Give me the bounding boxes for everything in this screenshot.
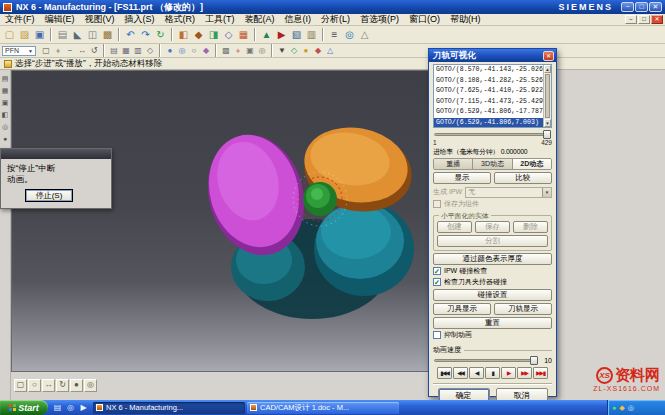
wireframe-view-icon[interactable]: ○	[188, 45, 200, 57]
facet-button-2[interactable]: 保存	[475, 221, 510, 233]
wcs-display-icon[interactable]: ＋	[232, 45, 244, 57]
verify-toolpath-icon[interactable]: ▶	[274, 27, 289, 42]
midpoint-snap-icon[interactable]: △	[324, 45, 336, 57]
constraint-navigator-icon[interactable]: ▦	[1, 86, 10, 95]
taskbar-task-1[interactable]: NX 6 - Manufacturing...	[93, 402, 245, 414]
show-desktop-icon[interactable]: ▤	[52, 402, 63, 413]
scroll-down-icon[interactable]: ▼	[544, 119, 551, 127]
paste-icon[interactable]: ▩	[100, 27, 115, 42]
pan-small-icon[interactable]: ↔	[42, 379, 55, 392]
shaded-small-icon[interactable]: ●	[70, 379, 83, 392]
postprocess-icon[interactable]: ▧	[289, 27, 304, 42]
speed-slider-handle[interactable]	[530, 356, 538, 365]
history-palette-icon[interactable]: ◎	[1, 122, 10, 131]
reset-button[interactable]: 重置	[433, 317, 552, 329]
part-navigator-icon[interactable]: ▣	[1, 98, 10, 107]
dialog-title-bar[interactable]: 刀轨可视化 ✕	[429, 49, 556, 62]
save-icon[interactable]: ▣	[32, 27, 47, 42]
menu-item-9[interactable]: 分析(L)	[316, 13, 355, 26]
step-back-button[interactable]: ◀	[469, 367, 484, 379]
menu-item-4[interactable]: 插入(S)	[120, 13, 160, 26]
menu-item-12[interactable]: 帮助(H)	[445, 13, 486, 26]
go-to-end-button[interactable]: ▶▶▮	[533, 367, 548, 379]
zoom-in-icon[interactable]: ＋	[52, 45, 64, 57]
goto-line-5[interactable]: GOTO/(6.529,-41.806,-17.787)	[434, 107, 543, 118]
scrollbar-thumb[interactable]	[545, 74, 550, 118]
show-button[interactable]: 显示	[433, 172, 491, 184]
create-geometry-icon[interactable]: ◨	[206, 27, 221, 42]
close-icon[interactable]: ✕	[649, 2, 662, 12]
goto-line-1[interactable]: GOTO/(8.570,-41.143,-25.026)	[434, 65, 543, 76]
create-method-icon[interactable]: ◇	[221, 27, 236, 42]
generate-ipw-dropdown[interactable]: 无 ▼	[465, 187, 552, 198]
rewind-button[interactable]: ◀◀	[453, 367, 468, 379]
generate-toolpath-icon[interactable]: ▲	[259, 27, 274, 42]
rotate-small-icon[interactable]: ↻	[56, 379, 69, 392]
object-display-icon[interactable]: ▣	[244, 45, 256, 57]
cut-icon[interactable]: ◣	[70, 27, 85, 42]
menu-item-3[interactable]: 视图(V)	[80, 13, 120, 26]
menu-item-6[interactable]: 工具(T)	[200, 13, 240, 26]
studio-view-icon[interactable]: ◆	[200, 45, 212, 57]
save-component-checkbox[interactable]: ✓	[433, 200, 441, 208]
menu-item-1[interactable]: 文件(F)	[0, 13, 40, 26]
fit-view-small-icon[interactable]: ▢	[14, 379, 27, 392]
create-operation-icon[interactable]: ▦	[236, 27, 251, 42]
shaded-edges-view-icon[interactable]: ◎	[176, 45, 188, 57]
zoom-out-icon[interactable]: −	[64, 45, 76, 57]
facet-button-1[interactable]: 创建	[437, 221, 472, 233]
dialog-tab-3[interactable]: 2D动态	[513, 159, 551, 169]
front-view-icon[interactable]: ▤	[108, 45, 120, 57]
split-button[interactable]: 分割	[437, 235, 548, 247]
stop-button[interactable]: 停止(S)	[25, 189, 73, 202]
shaded-view-icon[interactable]: ●	[164, 45, 176, 57]
frame-slider-handle[interactable]	[543, 130, 551, 139]
goto-scrollbar[interactable]: ▲ ▼	[543, 65, 551, 127]
reuse-library-icon[interactable]: ◧	[1, 110, 10, 119]
top-view-icon[interactable]: ▦	[120, 45, 132, 57]
doc-restore-icon[interactable]: □	[638, 15, 650, 24]
right-view-icon[interactable]: ▥	[132, 45, 144, 57]
goto-line-6[interactable]: GOTO/(6.529,-41.806,7.003)	[434, 118, 543, 129]
minimize-icon[interactable]: −	[621, 2, 634, 12]
tool-display-button[interactable]: 刀具显示	[433, 303, 491, 315]
create-program-icon[interactable]: ◧	[176, 27, 191, 42]
facet-button-3[interactable]: 删除	[513, 221, 548, 233]
roles-palette-icon[interactable]: ●	[1, 134, 10, 143]
goto-line-4[interactable]: GOTO/(7.115,-41.473,-25.429)	[434, 97, 543, 108]
dialog-close-icon[interactable]: ✕	[543, 51, 554, 61]
internet-explorer-icon[interactable]: ◎	[65, 402, 76, 413]
thickness-by-color-button[interactable]: 通过颜色表示厚度	[433, 253, 552, 265]
compare-button[interactable]: 比较	[494, 172, 552, 184]
isometric-view-icon[interactable]: ◇	[144, 45, 156, 57]
collision-settings-button[interactable]: 碰撞设置	[433, 289, 552, 301]
command-finder[interactable]: PFN ▼	[2, 46, 36, 56]
menu-item-11[interactable]: 窗口(O)	[404, 13, 445, 26]
copy-icon[interactable]: ◫	[85, 27, 100, 42]
menu-item-8[interactable]: 信息(I)	[280, 13, 317, 26]
update-tray-icon[interactable]: ◆	[619, 404, 624, 411]
volume-tray-icon[interactable]: ◎	[628, 404, 634, 411]
rotate-view-icon[interactable]: ↺	[88, 45, 100, 57]
pan-icon[interactable]: ↔	[76, 45, 88, 57]
taskbar-task-2[interactable]: CAD/CAM设计 1.doc - M...	[247, 402, 399, 414]
restore-icon[interactable]: □	[635, 2, 648, 12]
zoom-small-icon[interactable]: ○	[28, 379, 41, 392]
dialog-tab-1[interactable]: 重播	[434, 159, 473, 169]
shop-documentation-icon[interactable]: ▥	[304, 27, 319, 42]
goto-list[interactable]: ▲ ▼ GOTO/(8.570,-41.143,-25.026)GOTO/(8.…	[433, 64, 552, 128]
wireframe-small-icon[interactable]: ◎	[84, 379, 97, 392]
redo-icon[interactable]: ↷	[138, 27, 153, 42]
snap-point-icon[interactable]: ◇	[288, 45, 300, 57]
holder-collision-checkbox[interactable]: ✓	[433, 278, 441, 286]
menu-item-2[interactable]: 编辑(E)	[40, 13, 80, 26]
path-display-button[interactable]: 刀轨显示	[494, 303, 552, 315]
start-button[interactable]: Start	[0, 400, 48, 415]
antivirus-tray-icon[interactable]: ●	[612, 404, 616, 411]
print-icon[interactable]: ▤	[55, 27, 70, 42]
frame-slider[interactable]	[433, 130, 552, 139]
play-button[interactable]: ▶	[501, 367, 516, 379]
selection-filter-icon[interactable]: ▼	[276, 45, 288, 57]
open-file-icon[interactable]: ▨	[17, 27, 32, 42]
media-player-icon[interactable]: ▶	[78, 402, 89, 413]
